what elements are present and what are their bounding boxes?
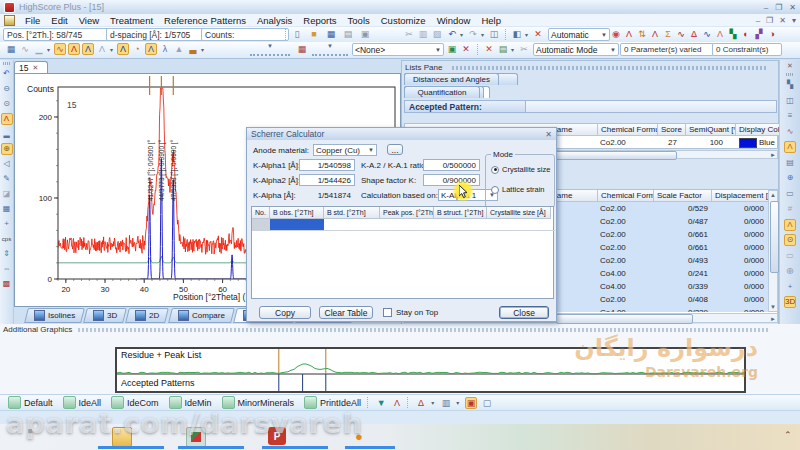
results-column-4[interactable]: Peak pos. [°2Th] <box>380 207 434 219</box>
delete-pattern-icon[interactable]: ✕ <box>460 43 472 55</box>
list-view-icon[interactable]: ≡ <box>784 110 796 122</box>
results-column-6[interactable]: Crystallite size [Å] <box>487 207 551 219</box>
stay-on-top-option[interactable]: Stay on Top <box>383 308 438 317</box>
save-icon[interactable]: ▦ <box>325 28 337 40</box>
observed-curve-icon[interactable]: ∿ <box>54 43 66 55</box>
display-settings-icon[interactable]: ◧ <box>511 28 523 40</box>
results-column-3[interactable]: B std. [°2Th] <box>324 207 380 219</box>
crystallite-size-option[interactable]: Crystallite size <box>491 165 550 174</box>
strip-kalpha2-icon[interactable]: ✕ <box>532 28 544 40</box>
move-icon[interactable]: + <box>784 281 796 293</box>
tab-distances-and-angles[interactable]: Distances and Angles <box>404 73 499 85</box>
dialog-close-icon[interactable]: ✕ <box>545 130 552 139</box>
select-region-icon[interactable]: ▭ <box>784 188 796 200</box>
mini-chart-icon[interactable]: ▂ <box>1 128 13 140</box>
lambda-icon[interactable]: λ <box>159 43 171 55</box>
scrollbar-thumb[interactable] <box>547 151 677 160</box>
column-header-scale-factor[interactable]: Scale Factor <box>654 190 712 202</box>
results-column-2[interactable]: B obs. [°2Th] <box>270 207 324 219</box>
new-window-icon[interactable]: ◫ <box>784 95 796 107</box>
delta-icon[interactable]: Δ <box>688 28 700 40</box>
bars-icon[interactable]: ▁ <box>33 43 45 55</box>
close-dialog-button[interactable]: Close <box>499 306 549 319</box>
menu-window[interactable]: Window <box>436 15 472 26</box>
tab-quantification[interactable]: Quantification <box>404 86 480 98</box>
select-range-icon[interactable]: ⊙ <box>1 98 13 110</box>
minimize-button[interactable]: – <box>764 3 768 12</box>
profile-area-icon[interactable]: Λ <box>145 43 157 55</box>
redo-icon[interactable]: ↷ <box>467 28 479 40</box>
bars-icon-caret[interactable]: ▾ <box>47 46 52 53</box>
window-layout-icon[interactable]: ◫ <box>488 28 500 40</box>
selected-cell[interactable] <box>270 219 324 230</box>
drag-handle[interactable] <box>3 62 11 65</box>
report-chart-icon[interactable]: ◐ <box>740 28 752 40</box>
eraser-icon[interactable]: ◪ <box>1 188 13 200</box>
scale-bars-icon[interactable]: ▃ <box>187 43 199 55</box>
overlay-combo[interactable]: <None> ▼ <box>352 43 444 56</box>
document-tab[interactable]: 15 ✕ <box>14 61 48 73</box>
zoom-region-icon[interactable]: ⊕ <box>784 172 796 184</box>
smooth-curve-icon[interactable]: ∿ <box>19 43 31 55</box>
pattern-view-icon[interactable]: Λ <box>784 141 796 153</box>
accepted-peaks-icon[interactable]: Λ <box>117 43 129 55</box>
compare-view-icon[interactable]: ▩ <box>1 278 13 290</box>
peak-labels-icon[interactable]: Δ <box>415 397 427 409</box>
export-icon[interactable]: ◑ <box>766 28 778 40</box>
delete-peak-icon[interactable]: ✕ <box>483 43 495 55</box>
notes-view-icon[interactable]: ▢ <box>481 397 493 409</box>
drag-handle[interactable] <box>786 73 794 76</box>
close-pane-icon[interactable]: ✕ <box>787 62 793 70</box>
menu-overflow-caret[interactable]: ▾ <box>792 16 796 25</box>
table-view-icon[interactable]: ▤ <box>784 157 796 169</box>
mdi-restore-button[interactable]: ❐ <box>766 16 773 25</box>
menu-tools[interactable]: Tools <box>347 15 371 26</box>
background-icon[interactable]: ∿ <box>675 28 687 40</box>
search-peaks-icon[interactable]: Λ <box>623 28 635 40</box>
divergence-icon[interactable]: ⇅ <box>636 28 648 40</box>
scroll-right-icon[interactable]: ► <box>770 151 776 159</box>
show-hidden-icons-button[interactable]: ⌃ <box>784 430 792 440</box>
scrollbar-thumb[interactable] <box>770 201 779 273</box>
traffic-light-icon[interactable]: ◉ <box>610 28 622 40</box>
zoom-out-icon[interactable]: ⊖ <box>1 83 13 95</box>
baseline-icon[interactable]: ▲ <box>173 43 185 55</box>
unlink-icon[interactable]: ✂ <box>518 43 530 55</box>
pattern-fit-icon[interactable]: Λ <box>714 28 726 40</box>
ratio-input[interactable]: 0/500000 <box>423 159 480 171</box>
menu-reports[interactable]: Reports <box>302 15 337 26</box>
accept-pattern-icon[interactable]: ▣ <box>446 43 458 55</box>
column-header-displacement[interactable]: Displacement [°2Th.] <box>712 190 768 202</box>
row-selector-cell[interactable] <box>252 219 271 230</box>
smoothing-slider[interactable]: ▼ <box>312 45 348 56</box>
filter-icon[interactable]: ▼ <box>375 397 387 409</box>
peaks-gray-icon[interactable]: Λ <box>96 43 108 55</box>
dialog-title-bar[interactable]: Scherrer Calculator ✕ <box>247 128 556 140</box>
display-settings-icon-caret[interactable]: ▾ <box>525 31 530 38</box>
analyze-peaks-icon[interactable]: Λ <box>784 219 796 231</box>
results-column-1[interactable]: No. <box>252 207 270 219</box>
notes-icon[interactable]: ▤ <box>497 43 509 55</box>
mdi-minimize-button[interactable]: – <box>756 16 760 25</box>
column-header-formula[interactable]: Chemical Formula <box>598 190 654 202</box>
accepted-row-score[interactable]: 27 <box>645 136 677 148</box>
peak-labels-caret[interactable]: ▾ <box>431 399 436 406</box>
print-icon[interactable]: ▣ <box>359 28 371 40</box>
y-scale-icon[interactable]: ⇕ <box>1 248 13 260</box>
copy-button[interactable]: Copy <box>259 306 311 319</box>
cut-icon[interactable]: ✂ <box>403 28 415 40</box>
open-folder-icon[interactable]: ■ <box>308 28 320 40</box>
axis-settings-icon[interactable]: ▥ <box>440 397 452 409</box>
sphere-icon[interactable]: ◎ <box>784 265 796 277</box>
menu-customize[interactable]: Customize <box>380 15 427 26</box>
accepted-row-semiquant[interactable]: 100 <box>688 136 723 148</box>
restore-button[interactable]: ❐ <box>775 3 782 12</box>
menu-help[interactable]: Help <box>480 15 502 26</box>
highlight-pattern-icon[interactable]: ▣ <box>465 397 477 409</box>
undo-icon[interactable]: ↶ <box>446 28 458 40</box>
cps-label-icon[interactable]: cps <box>1 233 13 245</box>
view-3d-icon[interactable]: 3D <box>784 296 796 308</box>
profile-fit-icon[interactable]: Λ <box>649 28 661 40</box>
insert-document-icon[interactable]: ▤ <box>342 28 354 40</box>
pan-icon[interactable]: + <box>1 218 13 230</box>
